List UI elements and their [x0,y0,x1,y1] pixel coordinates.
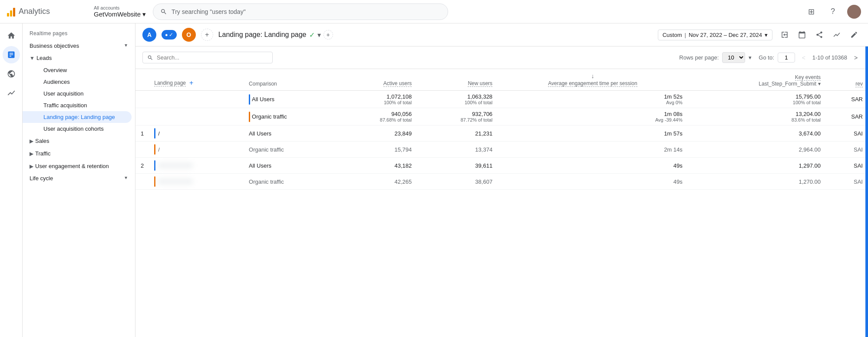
landing-page-cell [149,174,244,190]
account-switcher[interactable]: All accounts GetVomWebsite ▾ [94,5,146,18]
sidebar-item-traffic[interactable]: ▶ Traffic [23,147,132,160]
table-search[interactable] [142,52,273,63]
search-bar[interactable]: Try searching "users today" [153,3,448,20]
icon-sidebar [0,23,23,337]
key-events-cell: 1,270.00 [688,174,826,190]
segment-indicator [154,144,155,155]
avg-engagement-cell: 1m 08s Avg -39.44% [498,108,688,126]
sidebar-item-leads[interactable]: ▼ Leads [23,52,132,64]
col-key-events: Key events Last_Step_Form_Submit ▾ [688,69,826,91]
business-objectives-header[interactable]: Business objectives ▲ [23,40,135,52]
add-segment-button[interactable]: + [201,29,213,41]
table-row: Organic traffic 940,056 87.68% of total … [135,108,868,126]
sidebar-subitem-user-cohorts[interactable]: User acquisition cohorts [23,123,132,135]
share-icon[interactable] [812,28,826,42]
account-name[interactable]: GetVomWebsite ▾ [94,10,146,18]
sidebar-item-sales[interactable]: ▶ Sales [23,135,132,147]
row-num: 1 [135,126,149,142]
report-title-dropdown-icon[interactable]: ▾ [317,31,321,39]
date-range-picker[interactable]: Custom | Nov 27, 2022 – Dec 27, 2024 ▾ [658,30,772,40]
add-column-button[interactable]: + [189,79,193,87]
realtime-section-title: Realtime pages [23,27,135,40]
rows-per-page-label: Rows per page: [679,54,719,61]
compare-icon[interactable] [778,28,792,42]
search-icon [160,8,167,15]
segment-a-chip[interactable]: A [142,28,156,42]
blurred-content [158,178,193,185]
user-avatar[interactable] [847,5,861,19]
rev-cell: SAR [826,91,868,108]
goto-input[interactable] [778,53,795,63]
edit-icon[interactable] [847,28,861,42]
chevron-up-icon: ▲ [124,43,128,48]
next-page-button[interactable]: > [851,53,861,63]
sidebar-subitem-traffic-acquisition[interactable]: Traffic acquisition [23,99,132,111]
traffic-arrow-icon: ▶ [30,151,33,157]
col-comparison: Comparison [244,69,336,91]
comparison-cell: All Users [244,126,336,142]
help-icon[interactable]: ? [825,4,840,19]
segment-indicator [154,176,155,187]
table-row: Organic traffic 42,265 38,607 49s 1,270.… [135,174,868,190]
right-edge-bar [865,23,868,337]
report-add-icon[interactable]: + [323,30,333,40]
new-users-cell: 39,611 [417,158,498,174]
active-users-cell: 42,265 [336,174,417,190]
avg-engagement-cell: 49s [498,174,688,190]
table-row: / Organic traffic 15,794 13,374 2m 14s 2… [135,142,868,158]
landing-page-cell [149,108,244,126]
grid-icon[interactable]: ⊞ [804,4,818,19]
sidebar-home-icon[interactable] [3,27,20,44]
active-users-cell: 23,849 [336,126,417,142]
new-users-cell: 932,706 87.72% of total [417,108,498,126]
landing-page-cell: / [149,126,244,142]
col-avg-engagement: ↓ Average engagement time per session [498,69,688,91]
row-num [135,142,149,158]
key-event-selector[interactable]: Last_Step_Form_Submit ▾ [759,81,821,87]
pagination: Go to: < 1-10 of 10368 > [759,53,861,63]
sidebar-advertising-icon[interactable] [3,84,20,102]
calendar-icon[interactable] [795,28,809,42]
comparison-cell: Organic traffic [244,108,336,126]
comparison-cell: All Users [244,158,336,174]
prev-page-button[interactable]: < [799,53,809,63]
logo-bar-2 [10,10,12,17]
landing-page-cell: / [149,142,244,158]
active-users-cell: 940,056 87.68% of total [336,108,417,126]
nav-sidebar: Realtime pages Business objectives ▲ ▼ L… [23,23,135,337]
segment-o-chip[interactable]: O [182,28,196,42]
key-events-cell: 2,964.00 [688,142,826,158]
sidebar-item-user-engagement[interactable]: ▶ User engagement & retention [23,160,132,172]
key-event-dropdown-icon: ▾ [818,81,821,87]
report-header: A ● ✓ O + Landing page: Landing page ✓ ▾… [135,23,868,46]
landing-page-cell [149,91,244,108]
avg-engagement-cell: 1m 52s Avg 0% [498,91,688,108]
sort-desc-icon: ↓ [591,73,594,79]
report-title: Landing page: Landing page ✓ ▾ + [218,30,333,40]
row-num [135,174,149,190]
table-row: 2 All Users 43,182 39,61 [135,158,868,174]
sidebar-subitem-overview[interactable]: Overview [23,64,132,76]
app-layout: Realtime pages Business objectives ▲ ▼ L… [0,23,868,337]
new-users-cell: 21,231 [417,126,498,142]
segment-toggle-chip[interactable]: ● ✓ [162,30,177,40]
key-events-cell: 1,297.00 [688,158,826,174]
lifecycle-header[interactable]: Life cycle ▲ [23,172,135,184]
segment-indicator [154,128,155,139]
trend-icon[interactable] [830,28,844,42]
col-landing-page: Landing page + [149,69,244,91]
search-input[interactable] [157,54,268,61]
sidebar-explore-icon[interactable] [3,65,20,83]
rows-per-page-select[interactable]: 10 25 50 [722,52,745,63]
sidebar-subitem-landing-page[interactable]: Landing page: Landing page [23,111,132,123]
new-users-cell: 13,374 [417,142,498,158]
lifecycle-chevron-icon: ▲ [124,176,128,181]
key-events-cell: 13,204.00 83.6% of total [688,108,826,126]
avg-engagement-cell: 2m 14s [498,142,688,158]
logo-bar-3 [13,8,15,17]
app-logo: Analytics [7,7,94,17]
sidebar-reports-icon[interactable] [3,46,20,63]
sidebar-subitem-user-acquisition[interactable]: User acquisition [23,88,132,99]
sidebar-subitem-audiences[interactable]: Audiences [23,76,132,88]
col-new-users: New users [417,69,498,91]
